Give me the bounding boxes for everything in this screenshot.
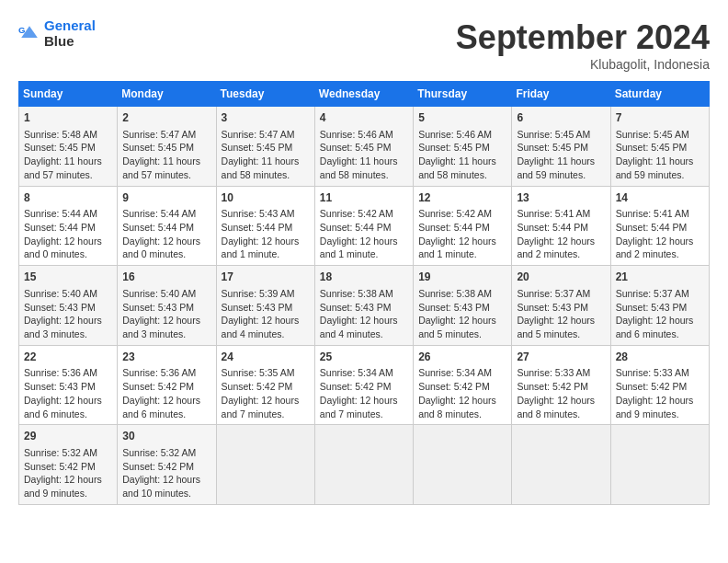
day-cell: 24Sunrise: 5:35 AMSunset: 5:42 PMDayligh… <box>216 345 314 425</box>
day-info-line: Sunset: 5:43 PM <box>616 301 704 315</box>
day-info-line: Daylight: 12 hours <box>320 235 408 248</box>
day-number: 4 <box>320 110 408 126</box>
day-cell <box>512 425 610 505</box>
day-number: 22 <box>24 350 112 365</box>
day-cell: 9Sunrise: 5:44 AMSunset: 5:44 PMDaylight… <box>118 186 216 266</box>
day-info-line: Daylight: 12 hours <box>122 235 210 248</box>
day-info-line: and 59 minutes. <box>616 168 704 182</box>
day-number: 23 <box>122 350 210 365</box>
day-cell: 25Sunrise: 5:34 AMSunset: 5:42 PMDayligh… <box>314 345 413 425</box>
day-info-line: Daylight: 12 hours <box>122 473 210 487</box>
week-row-3: 15Sunrise: 5:40 AMSunset: 5:43 PMDayligh… <box>19 266 710 346</box>
day-info-line: Sunrise: 5:41 AM <box>616 207 704 221</box>
day-info-line: and 1 minute. <box>418 247 506 261</box>
day-info-line: Sunrise: 5:41 AM <box>517 207 605 221</box>
day-number: 25 <box>320 350 408 365</box>
day-cell: 3Sunrise: 5:47 AMSunset: 5:45 PMDaylight… <box>216 107 314 187</box>
day-info-line: Daylight: 12 hours <box>418 394 506 408</box>
day-info-line: and 2 minutes. <box>517 247 605 261</box>
day-cell: 6Sunrise: 5:45 AMSunset: 5:45 PMDaylight… <box>512 107 610 187</box>
day-number: 12 <box>418 190 506 206</box>
day-number: 8 <box>24 190 112 206</box>
day-cell: 22Sunrise: 5:36 AMSunset: 5:43 PMDayligh… <box>19 345 118 425</box>
day-info-line: Sunrise: 5:47 AM <box>122 128 210 142</box>
day-cell: 23Sunrise: 5:36 AMSunset: 5:42 PMDayligh… <box>118 345 216 425</box>
page-header: G General Blue September 2024 Klubagolit… <box>18 18 710 72</box>
day-info-line: Sunrise: 5:32 AM <box>24 446 112 460</box>
day-info-line: Sunrise: 5:33 AM <box>616 366 704 380</box>
col-header-saturday: Saturday <box>610 82 709 107</box>
day-cell: 28Sunrise: 5:33 AMSunset: 5:42 PMDayligh… <box>610 345 709 425</box>
day-info-line: and 58 minutes. <box>222 168 310 182</box>
day-info-line: Sunset: 5:44 PM <box>222 221 310 235</box>
logo: G General Blue <box>18 18 96 49</box>
day-info-line: Sunrise: 5:47 AM <box>222 128 310 142</box>
day-info-line: Daylight: 12 hours <box>122 394 210 408</box>
day-info-line: Daylight: 12 hours <box>418 314 506 327</box>
week-row-1: 1Sunrise: 5:48 AMSunset: 5:45 PMDaylight… <box>19 107 710 187</box>
day-info-line: Daylight: 12 hours <box>616 394 704 408</box>
day-cell: 16Sunrise: 5:40 AMSunset: 5:43 PMDayligh… <box>118 266 216 346</box>
day-info-line: Sunrise: 5:36 AM <box>24 366 112 380</box>
week-row-5: 29Sunrise: 5:32 AMSunset: 5:42 PMDayligh… <box>19 425 710 505</box>
day-number: 27 <box>517 350 605 365</box>
day-number: 2 <box>122 110 210 126</box>
week-row-2: 8Sunrise: 5:44 AMSunset: 5:44 PMDaylight… <box>19 186 710 266</box>
day-info-line: and 4 minutes. <box>320 327 408 341</box>
logo-blue: Blue <box>44 33 74 49</box>
day-info-line: Sunset: 5:44 PM <box>320 221 408 235</box>
day-info-line: Daylight: 12 hours <box>222 314 310 327</box>
day-info-line: and 57 minutes. <box>24 168 112 182</box>
day-info-line: Sunset: 5:45 PM <box>24 141 112 155</box>
day-cell: 15Sunrise: 5:40 AMSunset: 5:43 PMDayligh… <box>19 266 118 346</box>
col-header-monday: Monday <box>118 82 216 107</box>
day-info-line: and 7 minutes. <box>320 408 408 421</box>
day-number: 21 <box>616 270 704 285</box>
day-info-line: and 57 minutes. <box>122 168 210 182</box>
day-number: 28 <box>616 350 704 365</box>
day-info-line: Sunset: 5:45 PM <box>517 141 605 155</box>
day-info-line: Sunrise: 5:37 AM <box>616 287 704 301</box>
week-row-4: 22Sunrise: 5:36 AMSunset: 5:43 PMDayligh… <box>19 345 710 425</box>
day-info-line: and 1 minute. <box>320 247 408 261</box>
day-info-line: Sunrise: 5:48 AM <box>24 128 112 142</box>
day-info-line: Sunset: 5:43 PM <box>222 301 310 315</box>
day-info-line: Sunset: 5:45 PM <box>320 141 408 155</box>
day-number: 10 <box>222 190 310 206</box>
day-info-line: Daylight: 12 hours <box>222 235 310 248</box>
day-info-line: Sunset: 5:42 PM <box>320 380 408 394</box>
day-info-line: and 6 minutes. <box>24 408 112 421</box>
day-info-line: and 9 minutes. <box>616 408 704 421</box>
day-cell: 26Sunrise: 5:34 AMSunset: 5:42 PMDayligh… <box>414 345 512 425</box>
day-info-line: Sunset: 5:42 PM <box>517 380 605 394</box>
day-info-line: Daylight: 12 hours <box>122 314 210 327</box>
day-info-line: and 6 minutes. <box>616 327 704 341</box>
day-info-line: Sunset: 5:45 PM <box>616 141 704 155</box>
day-cell: 11Sunrise: 5:42 AMSunset: 5:44 PMDayligh… <box>314 186 413 266</box>
day-cell: 17Sunrise: 5:39 AMSunset: 5:43 PMDayligh… <box>216 266 314 346</box>
day-info-line: Daylight: 12 hours <box>320 394 408 408</box>
col-header-thursday: Thursday <box>414 82 512 107</box>
day-info-line: Sunset: 5:44 PM <box>418 221 506 235</box>
day-number: 7 <box>616 110 704 126</box>
day-info-line: Sunrise: 5:34 AM <box>418 366 506 380</box>
day-number: 13 <box>517 190 605 206</box>
day-info-line: and 5 minutes. <box>418 327 506 341</box>
day-info-line: and 6 minutes. <box>122 408 210 421</box>
title-block: September 2024 Klubagolit, Indonesia <box>456 18 710 72</box>
day-cell <box>314 425 413 505</box>
day-info-line: Sunset: 5:45 PM <box>122 141 210 155</box>
day-info-line: and 3 minutes. <box>24 327 112 341</box>
month-title: September 2024 <box>456 18 710 57</box>
day-info-line: Daylight: 12 hours <box>320 314 408 327</box>
day-cell: 19Sunrise: 5:38 AMSunset: 5:43 PMDayligh… <box>414 266 512 346</box>
day-info-line: and 0 minutes. <box>122 247 210 261</box>
day-cell: 5Sunrise: 5:46 AMSunset: 5:45 PMDaylight… <box>414 107 512 187</box>
day-info-line: Sunrise: 5:34 AM <box>320 366 408 380</box>
day-cell: 12Sunrise: 5:42 AMSunset: 5:44 PMDayligh… <box>414 186 512 266</box>
day-info-line: Daylight: 11 hours <box>222 155 310 168</box>
day-info-line: and 0 minutes. <box>24 247 112 261</box>
day-number: 26 <box>418 350 506 365</box>
day-number: 3 <box>222 110 310 126</box>
day-info-line: and 2 minutes. <box>616 247 704 261</box>
